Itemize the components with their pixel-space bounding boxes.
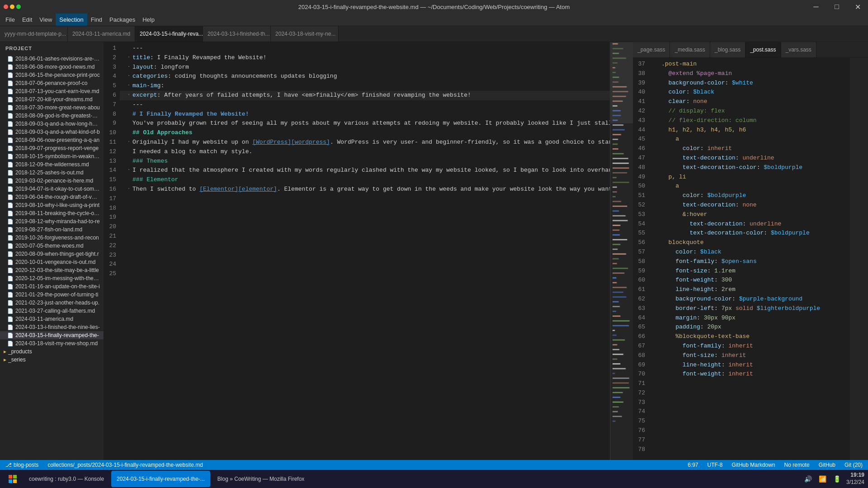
code-line-25: ·Then I switched to [Elementor][elemento…	[120, 185, 610, 194]
menu-item-packages[interactable]: Packages	[106, 14, 139, 26]
sidebar-item[interactable]: 📄2018-07-13-you-cant-earn-love.md	[0, 87, 104, 95]
sidebar-item[interactable]: 📄2019-04-07-is-it-okay-to-cut-someo	[0, 185, 104, 193]
taskbar-window[interactable]: 2024-03-15-i-finally-revamped-the-...	[111, 471, 210, 487]
sidebar-item[interactable]: 📄2018-06-01-ashes-revisions-are-dor	[0, 55, 104, 63]
sidebar-item[interactable]: 📄2018-07-06-penance-proof-co	[0, 79, 104, 87]
svg-rect-2	[9, 479, 12, 483]
sidebar-item-label: 2019-08-11-breaking-the-cycle-of-n	[15, 210, 100, 216]
code-line-15: ·Originally I had my website up on [Word…	[120, 138, 610, 147]
start-button[interactable]	[4, 471, 22, 487]
sidebar-item[interactable]: 📄2021-01-16-an-update-on-the-site-i	[0, 282, 104, 291]
right-code-content[interactable]: .post-main @extend %page-main background…	[649, 58, 850, 460]
code-content[interactable]: ---·title: I Finally Revamped the Websit…	[120, 42, 610, 460]
tab-2024-03-15-i-finally-reva...[interactable]: 2024-03-15-i-finally-reva...×	[135, 26, 203, 42]
minimize-dot[interactable]	[10, 5, 14, 9]
maximize-dot[interactable]	[16, 5, 21, 9]
tab-2024-03-11-america.md[interactable]: 2024-03-11-america.md	[68, 26, 135, 42]
sidebar-item[interactable]: 📄2019-06-04-the-rough-draft-of-veng	[0, 193, 104, 201]
no-remote[interactable]: No remote	[783, 460, 811, 470]
minimize-button[interactable]: ─	[806, 0, 826, 14]
menu-item-view[interactable]: View	[36, 14, 56, 26]
menu-item-selection[interactable]: Selection	[56, 14, 87, 26]
sidebar-item[interactable]: 📄2019-03-02-penance-is-here.md	[0, 177, 104, 185]
sidebar-item[interactable]: 📄2024-03-18-visit-my-new-shop.md	[0, 339, 104, 347]
sidebar-item[interactable]: 📄2018-09-03-q-and-a-how-long-have	[0, 120, 104, 128]
menu-item-edit[interactable]: Edit	[19, 14, 36, 26]
tab-2024-03-18-visit-my-ne...[interactable]: 2024-03-18-visit-my-ne...	[271, 26, 339, 42]
start-icon	[8, 474, 17, 483]
sidebar-item[interactable]: 📄2020-07-05-theme-woes.md	[0, 242, 104, 250]
sidebar-item[interactable]: 📄2019-08-10-why-i-like-using-a-print	[0, 201, 104, 209]
sidebar-item[interactable]: ▸ _products	[0, 347, 104, 356]
line-gutter: ·	[125, 81, 132, 89]
sass-code-line-56: text-decoration: none	[649, 201, 850, 210]
git-branch[interactable]: ⎇ blog-posts	[4, 460, 40, 470]
taskbar-window[interactable]: Blog » CoeWriting — Mozilla Firefox	[212, 471, 310, 487]
maximize-button[interactable]: □	[826, 0, 847, 14]
sidebar-item[interactable]: 📄2021-03-27-calling-all-fathers.md	[0, 307, 104, 315]
file-icon: 📄	[7, 154, 14, 160]
sidebar-item[interactable]: 📄2018-09-07-progress-report-venge	[0, 144, 104, 152]
encoding[interactable]: UTF-8	[706, 460, 725, 470]
sass-code-text: font-size: 1.1rem	[661, 267, 736, 276]
taskbar-window-label: Blog » CoeWriting — Mozilla Firefox	[217, 476, 305, 482]
tab-2024-03-13-i-finished-th...[interactable]: 2024-03-13-i-finished-th...	[203, 26, 271, 42]
sidebar-item[interactable]: 📄2020-10-01-vengeance-is-out.md	[0, 258, 104, 266]
github-link[interactable]: GitHub	[817, 460, 837, 470]
sys-icon-0[interactable]: 🔊	[803, 474, 814, 484]
sass-code-line-48: color: inherit	[649, 144, 850, 154]
sass-tab-_media.sass[interactable]: _media.sass	[670, 42, 710, 57]
sidebar-item[interactable]: 📄2019-10-26-forgiveness-and-recon	[0, 234, 104, 242]
sidebar-item[interactable]: 📄2021-01-29-the-power-of-turning-ti	[0, 291, 104, 299]
taskbar-window[interactable]: coewriting : ruby3.0 — Konsole	[24, 471, 109, 487]
sidebar-item[interactable]: 📄2024-03-15-i-finally-revamped-the-	[0, 331, 104, 339]
sidebar-item[interactable]: 📄2019-08-12-why-miranda-had-to-re	[0, 217, 104, 225]
sass-tab-_post.sass[interactable]: _post.sass	[745, 42, 781, 57]
sidebar-item[interactable]: 📄2020-12-05-im-messing-with-the-co	[0, 274, 104, 282]
sidebar-item[interactable]: 📄2018-08-09-god-is-the-greatest-sho	[0, 112, 104, 120]
close-dot[interactable]	[4, 5, 8, 9]
svg-rect-0	[9, 475, 12, 479]
menu-item-file[interactable]: File	[2, 14, 19, 26]
sidebar-item[interactable]: 📄2018-10-15-symbolism-in-weakness	[0, 152, 104, 160]
sidebar-item[interactable]: 📄2018-06-15-the-penance-print-proc	[0, 71, 104, 79]
sass-tab-_vars.sass[interactable]: _vars.sass	[781, 42, 816, 57]
sidebar-item[interactable]: 📄2019-08-27-fish-on-land.md	[0, 225, 104, 234]
sidebar-item[interactable]: 📄2018-09-03-q-and-a-what-kind-of-b	[0, 128, 104, 136]
sidebar-item[interactable]: 📄2019-08-11-breaking-the-cycle-of-n	[0, 209, 104, 217]
grammar[interactable]: GitHub Markdown	[730, 460, 777, 470]
sass-tab-_blog.sass[interactable]: _blog.sass	[710, 42, 745, 57]
sass-code-text: text-decoration-color: $boldpurple	[661, 229, 810, 238]
sass-code-text: color: $black	[661, 88, 714, 97]
sidebar-item[interactable]: 📄2018-07-30-more-great-news-abou	[0, 103, 104, 112]
tab-yyyy-mm-dd-template-p...[interactable]: yyyy-mm-dd-template-p...	[0, 26, 68, 42]
sidebar-item[interactable]: 📄2018-07-20-kill-your-dreams.md	[0, 95, 104, 103]
line-gutter: ·	[125, 63, 132, 71]
menu-item-help[interactable]: Help	[139, 14, 158, 26]
sidebar-item-label: 2024-03-18-visit-my-new-shop.md	[15, 340, 98, 347]
sass-code-line-49: text-decoration: underline	[649, 154, 850, 163]
sidebar-item-label: 2019-08-27-fish-on-land.md	[15, 226, 82, 233]
file-path[interactable]: collections/_posts/2024-03-15-i-finally-…	[46, 460, 205, 470]
sidebar-item[interactable]: 📄2018-06-08-more-good-news.md	[0, 63, 104, 71]
sass-tab-_page.sass[interactable]: _page.sass	[633, 42, 670, 57]
sidebar-item[interactable]: 📄2024-03-11-america.md	[0, 315, 104, 323]
sys-icon-2[interactable]: 🔋	[832, 474, 843, 484]
sidebar-item[interactable]: ▸ _series	[0, 356, 104, 364]
sidebar-item[interactable]: 📄2021-02-23-just-another-heads-up.	[0, 299, 104, 307]
sidebar-item[interactable]: 📄2020-08-09-when-things-get-tight.r	[0, 250, 104, 258]
folder-icon: ▸	[4, 357, 6, 363]
sidebar-item[interactable]: 📄2018-09-06-now-presenting-a-q-an	[0, 136, 104, 144]
sass-code-text: // flex-direction: column	[661, 116, 757, 126]
sidebar-item[interactable]: 📄2018-12-09-the-wilderness.md	[0, 160, 104, 169]
menu-item-find[interactable]: Find	[87, 14, 106, 26]
sidebar-item[interactable]: 📄2020-12-03-the-site-may-be-a-little	[0, 266, 104, 274]
line-col[interactable]: 6:97	[686, 460, 700, 470]
sidebar-item[interactable]: 📄2018-12-25-ashes-is-out.md	[0, 169, 104, 177]
close-button[interactable]: ✕	[847, 0, 868, 14]
sidebar-item[interactable]: 📄2024-03-13-i-finished-the-nine-lies-	[0, 323, 104, 331]
sys-icon-1[interactable]: 📶	[817, 474, 828, 484]
git-status[interactable]: Git (20)	[843, 460, 864, 470]
code-text: ### Themes	[132, 157, 168, 166]
svg-rect-3	[13, 479, 17, 483]
